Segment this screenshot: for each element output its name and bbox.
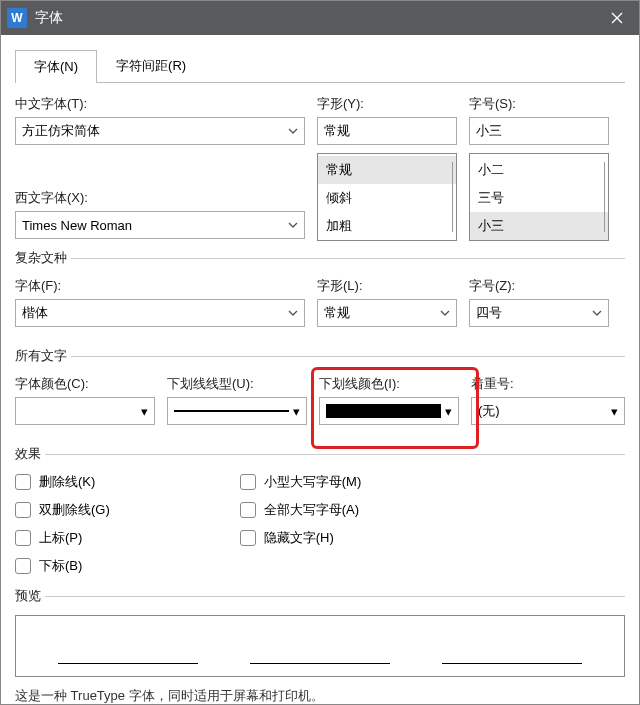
checkbox-icon bbox=[15, 474, 31, 490]
checkbox-icon bbox=[15, 502, 31, 518]
csize-value: 四号 bbox=[476, 304, 588, 322]
size-label: 字号(S): bbox=[469, 95, 609, 113]
checkbox-icon bbox=[240, 530, 256, 546]
allcaps-label: 全部大写字母(A) bbox=[264, 501, 359, 519]
chevron-down-icon bbox=[288, 218, 298, 233]
cn-font-value: 方正仿宋简体 bbox=[22, 122, 100, 140]
app-logo-icon: W bbox=[7, 8, 27, 28]
chevron-down-icon bbox=[592, 306, 602, 321]
complex-scripts-group: 复杂文种 字体(F): 楷体 字形(L): 常规 bbox=[15, 249, 625, 341]
cn-font-select[interactable]: 方正仿宋简体 bbox=[15, 117, 305, 145]
style-input[interactable]: 常规 bbox=[317, 117, 457, 145]
smallcaps-checkbox[interactable]: 小型大写字母(M) bbox=[240, 473, 362, 491]
chevron-down-icon bbox=[288, 306, 298, 321]
preview-group: 预览 这是一种 TrueType 字体，同时适用于屏幕和打印机。 bbox=[15, 587, 625, 705]
effects-legend: 效果 bbox=[15, 445, 45, 463]
titlebar: W 字体 bbox=[1, 1, 639, 35]
checkbox-icon bbox=[240, 474, 256, 490]
cfont-select[interactable]: 楷体 bbox=[15, 299, 305, 327]
checkbox-icon bbox=[15, 530, 31, 546]
checkbox-icon bbox=[240, 502, 256, 518]
close-icon bbox=[611, 12, 623, 24]
all-text-group: 所有文字 字体颜色(C): ▾ 下划线线型(U): ▾ bbox=[15, 347, 625, 439]
list-item[interactable]: 倾斜 bbox=[318, 184, 456, 212]
west-font-value: Times New Roman bbox=[22, 218, 132, 233]
chevron-down-icon bbox=[440, 306, 450, 321]
strike-label: 删除线(K) bbox=[39, 473, 95, 491]
list-item[interactable]: 小三 bbox=[470, 212, 608, 240]
preview-sample-line bbox=[250, 663, 390, 664]
size-input[interactable]: 小三 bbox=[469, 117, 609, 145]
tab-font[interactable]: 字体(N) bbox=[15, 50, 97, 83]
style-label: 字形(Y): bbox=[317, 95, 457, 113]
tab-bar: 字体(N) 字符间距(R) bbox=[15, 49, 625, 83]
close-button[interactable] bbox=[595, 1, 639, 35]
cstyle-value: 常规 bbox=[324, 304, 436, 322]
allcaps-checkbox[interactable]: 全部大写字母(A) bbox=[240, 501, 362, 519]
preview-box bbox=[15, 615, 625, 677]
font-color-select[interactable]: ▾ bbox=[15, 397, 155, 425]
caret-down-icon: ▾ bbox=[611, 404, 618, 419]
dstrike-label: 双删除线(G) bbox=[39, 501, 110, 519]
cfont-value: 楷体 bbox=[22, 304, 284, 322]
strike-checkbox[interactable]: 删除线(K) bbox=[15, 473, 110, 491]
emphasis-label: 着重号: bbox=[471, 375, 625, 393]
super-label: 上标(P) bbox=[39, 529, 82, 547]
preview-legend: 预览 bbox=[15, 587, 45, 605]
hidden-label: 隐藏文字(H) bbox=[264, 529, 334, 547]
list-item[interactable]: 三号 bbox=[470, 184, 608, 212]
emphasis-value: (无) bbox=[478, 402, 607, 420]
csize-select[interactable]: 四号 bbox=[469, 299, 609, 327]
complex-scripts-legend: 复杂文种 bbox=[15, 249, 71, 267]
truetype-note: 这是一种 TrueType 字体，同时适用于屏幕和打印机。 bbox=[15, 687, 625, 705]
underline-color-label: 下划线颜色(I): bbox=[319, 375, 459, 393]
underline-style-select[interactable]: ▾ bbox=[167, 397, 307, 425]
underline-color-select[interactable]: ▾ bbox=[319, 397, 459, 425]
underline-style-label: 下划线线型(U): bbox=[167, 375, 307, 393]
effects-group: 效果 删除线(K) 双删除线(G) 上标(P) 下标(B) 小型大写字母(M) … bbox=[15, 445, 625, 581]
cn-font-label: 中文字体(T): bbox=[15, 95, 305, 113]
size-value: 小三 bbox=[476, 122, 502, 140]
smallcaps-label: 小型大写字母(M) bbox=[264, 473, 362, 491]
double-strike-checkbox[interactable]: 双删除线(G) bbox=[15, 501, 110, 519]
west-font-label: 西文字体(X): bbox=[15, 189, 305, 207]
scrollbar[interactable] bbox=[452, 162, 453, 232]
window-title: 字体 bbox=[35, 9, 595, 27]
csize-label: 字号(Z): bbox=[469, 277, 609, 295]
sub-label: 下标(B) bbox=[39, 557, 82, 575]
west-font-select[interactable]: Times New Roman bbox=[15, 211, 305, 239]
checkbox-icon bbox=[15, 558, 31, 574]
preview-sample-line bbox=[442, 663, 582, 664]
cstyle-select[interactable]: 常规 bbox=[317, 299, 457, 327]
cstyle-label: 字形(L): bbox=[317, 277, 457, 295]
font-color-label: 字体颜色(C): bbox=[15, 375, 155, 393]
caret-down-icon: ▾ bbox=[293, 404, 300, 419]
chevron-down-icon bbox=[288, 124, 298, 139]
all-text-legend: 所有文字 bbox=[15, 347, 71, 365]
font-dialog: W 字体 字体(N) 字符间距(R) 中文字体(T): 方正仿宋简体 字 bbox=[0, 0, 640, 705]
superscript-checkbox[interactable]: 上标(P) bbox=[15, 529, 110, 547]
style-listbox[interactable]: 常规 倾斜 加粗 bbox=[317, 153, 457, 241]
underline-style-value bbox=[174, 410, 289, 412]
cfont-label: 字体(F): bbox=[15, 277, 305, 295]
style-value: 常规 bbox=[324, 122, 350, 140]
list-item[interactable]: 小二 bbox=[470, 156, 608, 184]
preview-sample-line bbox=[58, 663, 198, 664]
size-listbox[interactable]: 小二 三号 小三 bbox=[469, 153, 609, 241]
caret-down-icon: ▾ bbox=[141, 404, 148, 419]
tab-spacing[interactable]: 字符间距(R) bbox=[97, 49, 205, 82]
hidden-checkbox[interactable]: 隐藏文字(H) bbox=[240, 529, 362, 547]
list-item[interactable]: 加粗 bbox=[318, 212, 456, 240]
underline-color-value bbox=[326, 404, 441, 418]
emphasis-select[interactable]: (无) ▾ bbox=[471, 397, 625, 425]
subscript-checkbox[interactable]: 下标(B) bbox=[15, 557, 110, 575]
list-item[interactable]: 常规 bbox=[318, 156, 456, 184]
caret-down-icon: ▾ bbox=[445, 404, 452, 419]
scrollbar[interactable] bbox=[604, 162, 605, 232]
